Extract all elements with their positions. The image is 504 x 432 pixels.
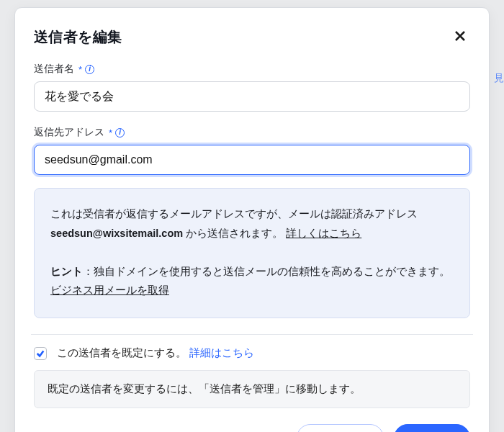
sender-name-input[interactable]	[34, 81, 470, 112]
modal-title: 送信者を編集	[34, 27, 122, 47]
default-sender-learn-more-link[interactable]: 詳細はこちら	[189, 346, 254, 359]
background-truncated-link: 見	[494, 72, 504, 85]
info-icon[interactable]: i	[85, 65, 94, 74]
default-sender-label: この送信者を既定にする。	[57, 346, 186, 359]
required-mark: *	[109, 127, 112, 138]
hint-text: 独自ドメインを使用すると送信メールの信頼性を高めることができます。	[94, 266, 450, 277]
close-icon	[454, 30, 466, 44]
note-sender-address: seedsun@wixsitemail.com	[50, 228, 183, 239]
cancel-button[interactable]: キャンセル	[297, 424, 384, 432]
close-button[interactable]	[450, 27, 470, 47]
check-icon	[36, 349, 45, 358]
divider	[31, 334, 473, 335]
info-icon[interactable]: i	[115, 128, 125, 138]
hint-colon: ：	[83, 266, 94, 277]
edit-sender-modal: 送信者を編集 送信者名 * i 返信先アドレス * i これは受信者が返信するメ…	[14, 7, 490, 432]
sender-name-label-row: 送信者名 * i	[34, 63, 470, 76]
get-business-mail-link[interactable]: ビジネス用メールを取得	[50, 284, 169, 296]
reply-to-label: 返信先アドレス	[34, 126, 104, 139]
hint-label: ヒント	[50, 266, 83, 277]
reply-to-label-row: 返信先アドレス * i	[34, 126, 470, 139]
learn-more-link[interactable]: 詳しくはこちら	[286, 228, 361, 239]
default-sender-checkbox[interactable]	[34, 347, 47, 360]
reply-to-note: これは受信者が返信するメールアドレスですが、メールは認証済みアドレス seeds…	[34, 188, 470, 318]
note-text-pre: これは受信者が返信するメールアドレスですが、メールは認証済みアドレス	[50, 208, 418, 220]
reply-to-input[interactable]	[34, 145, 470, 175]
default-sender-hint: 既定の送信者を変更するには、「送信者を管理」に移動します。	[34, 370, 470, 408]
save-button[interactable]: 保存する	[394, 424, 470, 432]
note-text-mid: から送信されます。	[186, 228, 283, 239]
sender-name-label: 送信者名	[34, 63, 74, 76]
required-mark: *	[78, 64, 82, 75]
